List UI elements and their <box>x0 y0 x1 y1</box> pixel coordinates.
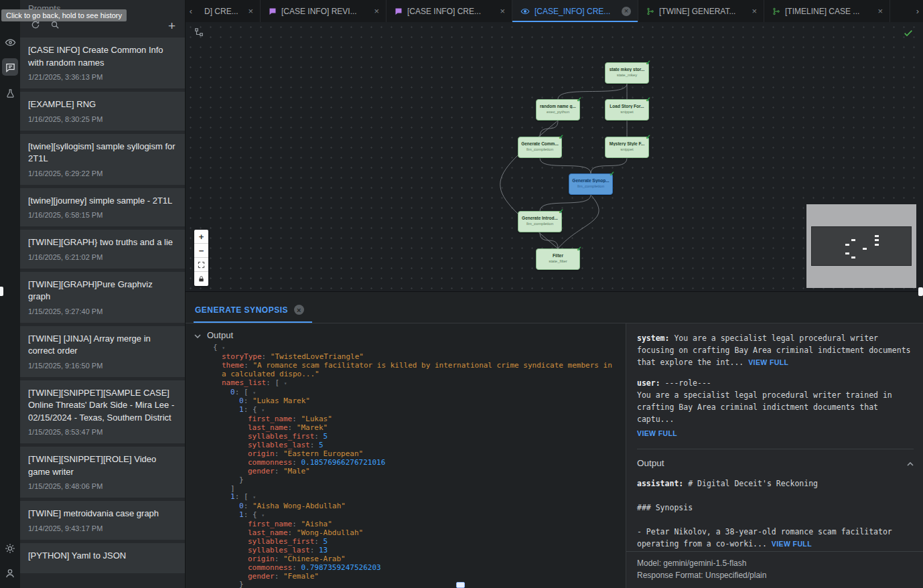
tab-2[interactable]: [CASE INFO] CRE...× <box>386 0 512 22</box>
prompt-title: [TWINE][GRAPH} two truths and a lie <box>28 236 177 249</box>
json-token: first_name <box>248 520 292 528</box>
panel-tab-close-icon[interactable]: × <box>294 305 304 315</box>
tab-5[interactable]: [TIMELINE] CASE ...× <box>764 0 890 22</box>
prompt-list-item[interactable]: [TWINE] [JINJA] Array merge in correct o… <box>20 326 185 377</box>
chevron-down-icon[interactable] <box>194 330 201 340</box>
output-header-right[interactable]: Output <box>637 457 914 469</box>
prompt-list-item[interactable]: [twine][syllogism] sample syllogism for … <box>20 134 185 185</box>
output-json-pane: Output { ▾storyType: "TwistedLoveTriangl… <box>186 323 626 588</box>
resize-handle-right[interactable] <box>918 287 923 296</box>
tab-close-icon[interactable]: × <box>374 7 379 15</box>
tab-close-icon[interactable]: × <box>500 7 505 15</box>
view-full-link[interactable]: VIEW FULL <box>637 427 914 439</box>
scroll-left-icon[interactable]: ‹ <box>186 0 196 22</box>
tab-close-icon[interactable]: × <box>752 7 757 15</box>
view-full-link[interactable]: VIEW FULL <box>772 540 812 548</box>
node-subtitle: state_mkey <box>606 73 648 77</box>
json-token: "Lukas" <box>301 415 332 423</box>
minimap-viewport[interactable] <box>811 226 912 266</box>
account-icon[interactable] <box>0 565 20 582</box>
prompt-title: [TWINE][GRAPH]Pure Graphviz graph <box>28 279 177 303</box>
graph-node[interactable]: Generate Introd...llm_completion✓ <box>518 211 562 232</box>
refresh-icon[interactable] <box>31 20 40 32</box>
json-token: 0.7987359247526203 <box>301 563 380 572</box>
json-token: names_list <box>222 378 266 387</box>
json-line: ] <box>213 485 616 494</box>
search-icon[interactable] <box>50 20 60 32</box>
json-token: : <box>244 510 253 519</box>
zoom-in-button[interactable]: + <box>194 230 208 244</box>
prompts-icon[interactable] <box>2 58 18 76</box>
json-token: } <box>239 475 244 484</box>
gear-icon[interactable] <box>0 540 20 557</box>
add-prompt-button[interactable]: + <box>168 21 175 31</box>
prompt-list-item[interactable]: [TWINE] metroidvania case graph1/14/2025… <box>20 501 185 540</box>
prompt-title: [twine][journey] simple sample - 2T1L <box>28 195 177 208</box>
tab-4[interactable]: [TWINE] GENERAT...× <box>638 0 764 22</box>
flask-icon[interactable] <box>0 84 20 102</box>
collapse-chevron-icon[interactable]: ▾ <box>261 407 265 413</box>
prompt-title: [TWINE][SNIPPET][ROLE] Video game writer <box>28 453 177 478</box>
tab-strip: D] CRE...×[CASE INFO] REVI...×[CASE INFO… <box>196 0 890 22</box>
graph-node[interactable]: random name g...exec_python✓ <box>536 99 580 121</box>
assistant-text: # Digital Deceit's Reckoning ### Synopsi… <box>637 479 897 548</box>
tab-3[interactable]: [CASE_INFO] CRE...× <box>512 0 638 22</box>
collapse-chevron-icon[interactable]: ▾ <box>253 494 256 500</box>
graph-node[interactable]: Mystery Style F...snippet✓ <box>605 137 649 158</box>
check-icon: ✓ <box>559 133 564 141</box>
success-check-icon <box>903 27 914 41</box>
graph-canvas[interactable]: state mkey stor...state_mkey✓random name… <box>186 22 923 291</box>
minimap[interactable] <box>806 204 916 288</box>
json-token: : <box>275 449 283 458</box>
zoom-out-button[interactable]: − <box>194 244 208 258</box>
output-header-left[interactable]: Output <box>186 323 626 344</box>
eye-icon[interactable] <box>0 33 20 51</box>
tab-close-icon[interactable]: × <box>248 7 253 15</box>
chat-icon <box>395 7 403 15</box>
json-token: 1 <box>230 492 235 501</box>
layout-icon[interactable] <box>194 27 204 40</box>
json-token: : <box>244 405 253 414</box>
tab-label: [CASE_INFO] CRE... <box>535 7 610 16</box>
collapse-chevron-icon[interactable]: ▾ <box>222 345 225 351</box>
graph-node[interactable]: Generate Comm...llm_completion✓ <box>518 137 562 158</box>
prompt-list-item[interactable]: [TWINE][GRAPH]Pure Graphviz graph1/15/20… <box>20 272 185 323</box>
resize-handle-bottom[interactable] <box>456 582 465 588</box>
scroll-right-icon[interactable]: › <box>912 0 923 22</box>
json-line: gender: "Female" <box>213 573 616 581</box>
view-full-link[interactable]: VIEW FULL <box>748 358 788 366</box>
graph-node[interactable]: state mkey stor...state_mkey✓ <box>605 62 649 84</box>
tab-0[interactable]: D] CRE...× <box>196 0 261 22</box>
collapse-chevron-icon[interactable]: ▾ <box>261 512 265 518</box>
model-footer: Model: gemini/gemini-1.5-flash Response … <box>626 551 923 588</box>
prompt-list-item[interactable]: [TWINE][GRAPH} two truths and a lie1/16/… <box>20 230 185 269</box>
lock-button[interactable] <box>194 272 208 286</box>
resize-handle-left[interactable] <box>0 287 3 296</box>
json-token: : <box>292 415 301 423</box>
panel-tab-generate-synopsis[interactable]: GENERATE SYNOPSIS × <box>194 299 312 323</box>
tab-1[interactable]: [CASE INFO] REVI...× <box>261 0 386 22</box>
json-token: : <box>275 555 283 563</box>
node-subtitle: exec_python <box>537 110 579 114</box>
prompt-list-item[interactable]: [TWINE][SNIPPET][SAMPLE CASE] Online Thr… <box>20 380 185 444</box>
prompt-list-item[interactable]: [EXAMPLE] RNG1/16/2025, 8:30:25 PM <box>20 92 185 131</box>
json-token: 5 <box>324 537 328 546</box>
prompt-list-item[interactable]: [twine][journey] simple sample - 2T1L1/1… <box>20 188 185 227</box>
graph-node[interactable]: Generate Synop...llm_completion✓ <box>569 173 613 195</box>
fit-view-button[interactable] <box>194 258 208 272</box>
tab-close-icon[interactable]: × <box>622 7 631 16</box>
minimap-node <box>851 239 855 241</box>
response-format-info: Response Format: Unspecified/plain <box>637 569 912 581</box>
prompt-list-item[interactable]: [CASE INFO] Create Common Info with rand… <box>20 38 185 88</box>
chevron-up-icon[interactable] <box>907 457 914 469</box>
collapse-chevron-icon[interactable]: ▾ <box>253 390 256 396</box>
graph-node[interactable]: Load Story For...snippet✓ <box>605 99 649 121</box>
tab-close-icon[interactable]: × <box>877 7 883 15</box>
graph-node[interactable]: Filterstate_filter✓ <box>536 248 580 270</box>
json-token: : <box>314 432 323 441</box>
collapse-chevron-icon[interactable]: ▾ <box>284 380 287 386</box>
prompt-list-item[interactable]: [PYTHON] Yaml to JSON <box>20 543 185 574</box>
json-token: } <box>239 580 244 588</box>
json-token: commonness <box>248 563 292 572</box>
prompt-list-item[interactable]: [TWINE][SNIPPET][ROLE] Video game writer… <box>20 447 185 498</box>
